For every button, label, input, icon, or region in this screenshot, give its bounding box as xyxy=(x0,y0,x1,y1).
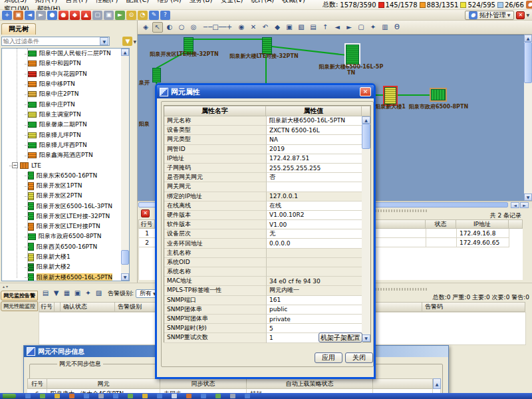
tree-item[interactable]: − 阳泉中和园PTN xyxy=(2,59,129,68)
topology-tool-icon[interactable]: ▥ xyxy=(380,22,390,33)
scroll-thumb[interactable] xyxy=(524,42,532,83)
dialog-titlebar[interactable]: 网元属性 ✕ xyxy=(157,85,374,98)
toolbar-icon[interactable]: ▣ xyxy=(104,11,114,20)
column-header[interactable]: 属性值 xyxy=(266,106,362,116)
menu-item[interactable]: 性能(P) xyxy=(92,0,122,3)
alarm-tool-icon[interactable]: ▨ xyxy=(94,289,103,298)
splitter-handle[interactable] xyxy=(372,288,428,291)
toolbar-icon[interactable]: ► xyxy=(36,11,46,20)
tree-item[interactable]: − 阳泉西关6500-16PTN xyxy=(2,242,129,252)
tree-item[interactable]: − 阳泉开发区LTE对接PTN xyxy=(2,221,129,231)
property-value[interactable]: V1.00.10R2 xyxy=(267,211,363,220)
taskbar-icon[interactable] xyxy=(84,394,89,398)
close-button[interactable]: 关闭 xyxy=(345,352,373,363)
toolbar-icon[interactable]: ▲ xyxy=(81,11,91,20)
severity-count[interactable]: 145/1578 xyxy=(386,1,418,9)
taskbar-icon[interactable] xyxy=(40,394,45,398)
property-row[interactable]: 是否网关网元 否 xyxy=(164,173,370,182)
property-row[interactable]: 软件版本 V1.00 xyxy=(164,220,370,229)
property-row[interactable]: 网元名称 阳泉新大楼6500-16L-5PTN xyxy=(164,116,370,126)
splitter-arrows[interactable]: ▴ ▾ xyxy=(3,284,8,289)
menubar-icon[interactable]: ● xyxy=(526,1,532,9)
taskbar-icon[interactable] xyxy=(25,394,31,398)
tree-item[interactable]: − 阳泉开发区LTE对接-32PTN xyxy=(2,211,129,221)
tree-item[interactable]: − 阳泉东宋6500-16PTN xyxy=(2,171,129,181)
property-row[interactable]: 子网掩码 255.255.255.255 xyxy=(164,164,370,173)
taskbar-icon[interactable] xyxy=(201,394,206,398)
tree-item[interactable]: − 阳泉开发区6500-16L-3PTN xyxy=(2,201,129,211)
scroll-left-icon[interactable]: ◄ xyxy=(511,202,519,208)
tree-item[interactable]: − 阳泉中庄PTN xyxy=(2,99,129,109)
topology-tool-icon[interactable]: ○ xyxy=(176,22,187,33)
taskbar-icon[interactable] xyxy=(157,394,162,398)
column-header[interactable]: 自动上载策略状态 xyxy=(247,378,373,389)
column-header[interactable]: 行号 xyxy=(39,302,55,312)
property-value[interactable]: NA xyxy=(267,135,363,144)
close-icon[interactable]: ✕ xyxy=(360,87,371,96)
property-row[interactable]: 主机名称 xyxy=(164,249,370,258)
tree-item[interactable]: − LTE xyxy=(2,160,129,170)
property-value[interactable]: 2019 xyxy=(267,145,363,154)
property-row[interactable]: 系统名称 xyxy=(164,267,370,277)
property-value[interactable]: V1.00 xyxy=(267,220,363,229)
toolbar-icon[interactable]: ✎ xyxy=(149,11,159,20)
toolbar-icon[interactable]: ◆ xyxy=(70,11,80,20)
topology-node[interactable] xyxy=(152,68,161,82)
taskbar-icon[interactable] xyxy=(230,394,235,398)
scroll-up-icon[interactable]: ▲ xyxy=(433,378,441,389)
start-button[interactable] xyxy=(3,394,16,398)
property-row[interactable]: 设备类型 ZXCTN 6500-16L xyxy=(164,126,370,135)
column-header[interactable]: 告警码 xyxy=(422,302,525,312)
taskbar-icon[interactable] xyxy=(142,394,148,398)
topology-tool-icon[interactable]: ◆ xyxy=(272,22,283,33)
canvas-vscrollbar[interactable]: ▲ ▼ xyxy=(524,35,532,201)
property-value[interactable]: 在线 xyxy=(267,201,363,211)
tree-filter-input[interactable] xyxy=(1,37,110,46)
property-row[interactable]: MAC地址 34 e0 cf fe 94 30 xyxy=(164,277,370,286)
toolbar-icon[interactable]: ? xyxy=(160,11,170,20)
property-value[interactable]: 网元内唯一 xyxy=(267,286,363,295)
column-header[interactable]: 同步状态 xyxy=(160,378,247,389)
tree-item[interactable]: − 阳泉新大楼1 xyxy=(2,252,129,262)
scroll-thumb[interactable] xyxy=(121,250,129,265)
topology-tool-icon[interactable]: ✦ xyxy=(368,22,378,33)
property-row[interactable]: 设备层次 无 xyxy=(164,229,370,239)
tree-item[interactable]: − 阳泉新大楼6500-16L-5PTN xyxy=(2,273,129,281)
property-value[interactable]: private xyxy=(267,315,363,324)
taskbar-icon[interactable] xyxy=(113,394,118,398)
severity-count[interactable]: 524/595 xyxy=(467,1,495,9)
menu-item[interactable]: 配置(C) xyxy=(122,0,153,3)
topology-tool-icon[interactable]: Θ xyxy=(392,22,402,33)
topology-node[interactable] xyxy=(262,37,272,55)
chevron-down-icon[interactable]: ▼ xyxy=(526,13,529,17)
column-header[interactable]: 确认状态 xyxy=(61,302,115,312)
alarm-tool-icon[interactable]: ▤ xyxy=(41,289,50,298)
taskbar-icon[interactable] xyxy=(55,394,60,398)
property-row[interactable]: SNMP写团体串 private xyxy=(164,315,370,324)
topology-tool-icon[interactable]: ─□── xyxy=(212,22,223,33)
topology-tool-icon[interactable]: ▢ xyxy=(356,22,366,33)
menu-item[interactable]: 系统(S) xyxy=(0,0,31,3)
property-row[interactable]: 网管ID 2019 xyxy=(164,145,370,154)
topology-node[interactable] xyxy=(346,45,359,65)
topology-tool-icon[interactable]: ◉ xyxy=(236,22,247,33)
toolbar-icon[interactable]: ⊙ xyxy=(126,11,136,20)
taskbar-icon[interactable] xyxy=(215,394,221,398)
rack-config-button[interactable]: 机架子架配置 xyxy=(319,332,362,342)
topology-tool-icon[interactable]: ▣ xyxy=(284,22,295,33)
column-header[interactable]: 告警级别 xyxy=(115,302,158,312)
property-row[interactable]: MPLS-TP标签唯一性 网元内唯一 xyxy=(164,286,370,295)
property-row[interactable]: 硬件版本 V1.00.10R2 xyxy=(164,211,370,220)
column-header[interactable]: 行号 xyxy=(27,378,47,389)
taskbar-icon[interactable] xyxy=(186,394,192,398)
property-row[interactable]: 系统OID xyxy=(164,258,370,267)
taskbar-icon[interactable] xyxy=(69,394,74,398)
column-header[interactable]: 网元 xyxy=(47,378,160,389)
tree-item[interactable]: − 阳泉中庄2PTN xyxy=(2,89,129,99)
scroll-down-icon[interactable]: ▼ xyxy=(121,273,129,281)
tree-item[interactable]: − 阳泉馨康二期PTN xyxy=(2,120,129,130)
property-value[interactable]: 否 xyxy=(267,173,363,182)
property-row[interactable]: 业务环回地址 0.0.0.0 xyxy=(164,239,370,248)
tree-item[interactable]: − 阳泉市政府6500-8PTN xyxy=(2,231,129,241)
scroll-down-icon[interactable]: ▼ xyxy=(362,334,370,342)
